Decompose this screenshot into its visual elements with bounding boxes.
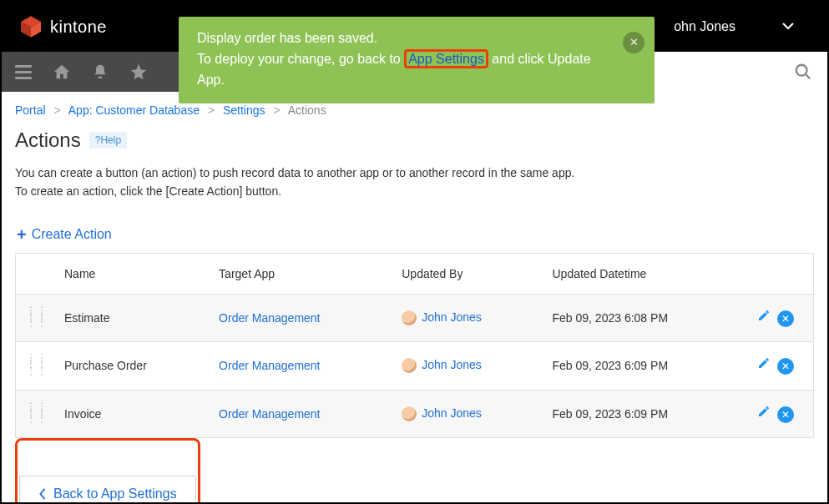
updated-by-link[interactable]: John Jones [422,310,482,324]
star-icon[interactable] [127,60,150,83]
avatar [402,310,417,325]
page-description: You can create a button (an action) to p… [15,164,814,201]
chevron-left-icon [38,488,47,500]
col-updated-by: Updated By [392,253,542,294]
edit-icon[interactable] [757,309,771,325]
target-app-link[interactable]: Order Management [219,311,320,325]
bell-icon[interactable] [88,60,112,83]
brand-logo[interactable]: kintone [18,14,107,39]
create-action-label: Create Action [32,227,112,242]
brand-name: kintone [50,18,107,37]
avatar [402,358,417,373]
delete-icon[interactable]: ✕ [777,358,794,375]
chevron-down-icon[interactable] [782,20,794,33]
table-row: ⋮⋮⋮⋮⋮⋮InvoiceOrder ManagementJohn JonesF… [16,390,814,437]
col-target: Target App [209,253,392,294]
back-to-app-settings-button[interactable]: Back to App Settings [19,476,196,504]
back-button-highlight: Back to App Settings [15,438,200,504]
notification-banner: Display order has been saved. To deploy … [179,17,655,103]
home-icon[interactable] [50,60,73,83]
notification-line1: Display order has been saved. [197,28,616,49]
search-icon [794,63,812,81]
breadcrumb-portal[interactable]: Portal [15,103,46,117]
svg-point-3 [796,65,807,76]
cell-updated-dt: Feb 09, 2023 6:08 PM [543,294,747,341]
close-icon[interactable]: ✕ [623,32,644,53]
updated-by-link[interactable]: John Jones [422,406,482,420]
col-name: Name [54,253,209,294]
delete-icon[interactable]: ✕ [777,406,794,423]
col-updated-dt: Updated Datetime [543,253,747,294]
breadcrumb-settings[interactable]: Settings [223,103,265,117]
cube-icon [18,14,43,39]
menu-icon[interactable] [12,60,35,83]
help-button[interactable]: ?Help [89,132,127,149]
cell-updated-dt: Feb 09, 2023 6:09 PM [543,390,747,437]
cell-name: Estimate [54,294,209,341]
breadcrumb-current: Actions [288,103,326,117]
back-button-label: Back to App Settings [53,486,177,501]
breadcrumb-app[interactable]: App: Customer Database [68,103,200,117]
drag-handle-icon[interactable]: ⋮⋮⋮⋮⋮⋮ [26,355,44,374]
page-body: Actions ?Help You can create a button (a… [2,125,827,504]
table-row: ⋮⋮⋮⋮⋮⋮Purchase OrderOrder ManagementJohn… [16,342,814,390]
page-title: Actions [15,129,81,152]
updated-by-link[interactable]: John Jones [422,358,482,371]
cell-name: Invoice [54,390,209,437]
plus-icon: + [17,226,27,243]
svg-line-4 [806,74,811,79]
app-settings-link[interactable]: App Settings [404,49,488,68]
edit-icon[interactable] [757,405,771,421]
user-menu-name[interactable]: ohn Jones [674,19,735,34]
edit-icon[interactable] [757,356,771,373]
create-action-button[interactable]: + Create Action [17,226,112,243]
target-app-link[interactable]: Order Management [219,407,320,421]
actions-table: Name Target App Updated By Updated Datet… [15,253,814,438]
notification-line2: To deploy your change, go back to App Se… [197,49,616,91]
avatar [402,406,417,421]
delete-icon[interactable]: ✕ [777,310,794,327]
drag-handle-icon[interactable]: ⋮⋮⋮⋮⋮⋮ [26,308,44,326]
cell-name: Purchase Order [54,342,209,390]
table-row: ⋮⋮⋮⋮⋮⋮EstimateOrder ManagementJohn Jones… [16,294,814,341]
cell-updated-dt: Feb 09, 2023 6:09 PM [543,342,747,390]
drag-handle-icon[interactable]: ⋮⋮⋮⋮⋮⋮ [26,404,44,422]
target-app-link[interactable]: Order Management [219,359,320,372]
